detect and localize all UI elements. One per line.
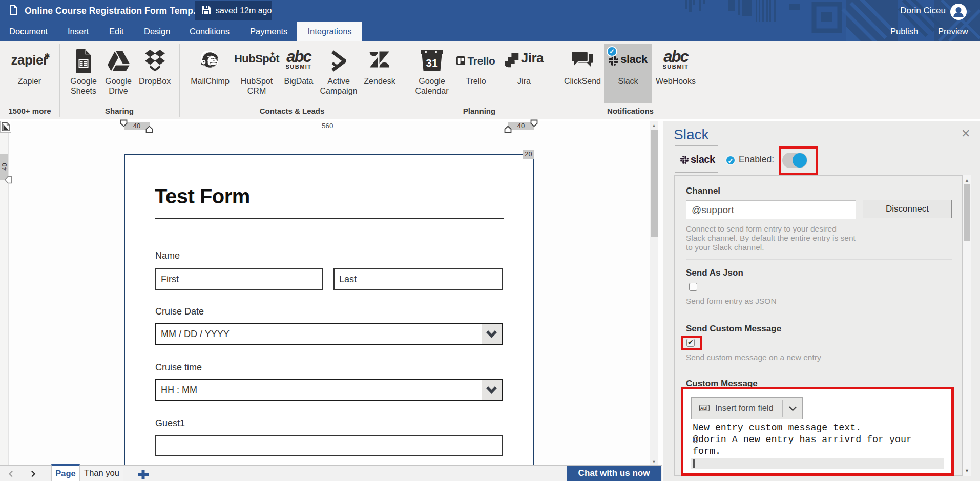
svg-text:AB: AB	[700, 406, 706, 411]
svg-text:31: 31	[426, 57, 438, 69]
